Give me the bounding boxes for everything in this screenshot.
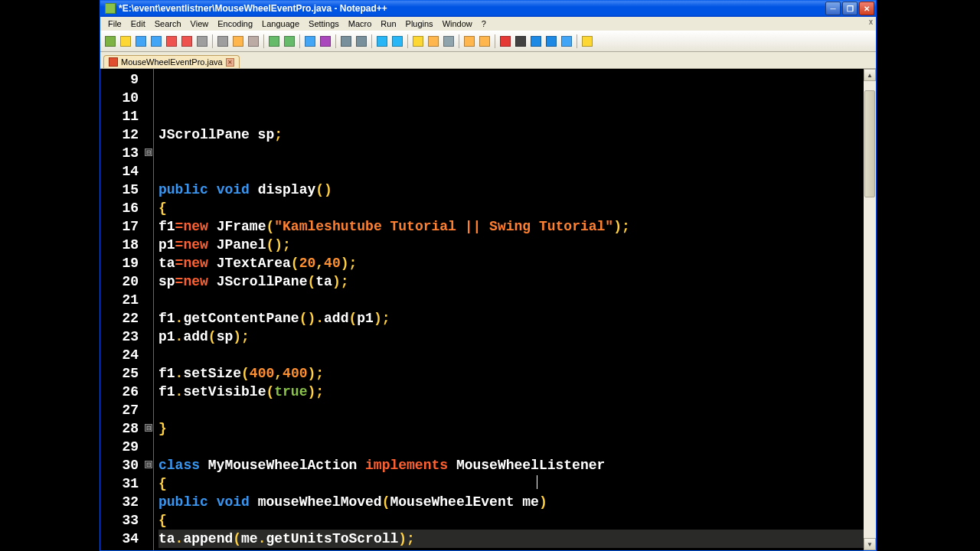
- line-number: 12: [100, 126, 139, 144]
- scroll-thumb[interactable]: [864, 90, 875, 197]
- play-icon[interactable]: [529, 34, 543, 48]
- close-all-icon[interactable]: [180, 34, 194, 48]
- menu-language[interactable]: Language: [257, 18, 304, 29]
- code-line[interactable]: [158, 144, 864, 162]
- code-line[interactable]: f1=new JFrame("Kamleshutube Tutorial || …: [158, 217, 864, 236]
- line-number: 24: [100, 346, 139, 364]
- menu-settings[interactable]: Settings: [304, 18, 344, 29]
- code-line[interactable]: f1.setSize(400,400);: [158, 364, 864, 383]
- menu-macro[interactable]: Macro: [344, 18, 377, 29]
- code-line[interactable]: p1.add(sp);: [158, 328, 864, 346]
- replace-icon[interactable]: [318, 34, 332, 48]
- fold-toggle-icon[interactable]: ⊟: [145, 424, 152, 432]
- close-button[interactable]: ✕: [859, 2, 874, 15]
- doc-map-icon[interactable]: [580, 34, 594, 48]
- menu-edit[interactable]: Edit: [126, 18, 150, 29]
- line-number: 18: [100, 236, 139, 254]
- save-macro-icon[interactable]: [560, 34, 573, 48]
- find-icon[interactable]: [303, 34, 317, 48]
- cut-icon[interactable]: [216, 34, 230, 48]
- wrap-icon[interactable]: [411, 34, 425, 48]
- redo-icon[interactable]: [283, 34, 296, 48]
- menu-window[interactable]: Window: [438, 18, 477, 29]
- line-number: 19: [100, 254, 139, 272]
- sync-v-icon[interactable]: [375, 34, 389, 48]
- new-icon[interactable]: [103, 34, 117, 48]
- open-icon[interactable]: [119, 34, 132, 48]
- code-line[interactable]: public void display(): [158, 181, 864, 199]
- fold-column[interactable]: ⊟⊟⊟: [145, 69, 154, 550]
- code-line[interactable]: f1.setVisible(true);: [158, 383, 864, 401]
- code-line[interactable]: [158, 346, 864, 364]
- menu-encoding[interactable]: Encoding: [213, 18, 257, 29]
- titlebar[interactable]: *E:\event\eventlistner\MouseWheelEventPr…: [100, 0, 876, 17]
- menu-file[interactable]: File: [103, 18, 126, 29]
- line-number: 34: [100, 530, 139, 548]
- doc-close-x[interactable]: x: [869, 18, 873, 26]
- menu-view[interactable]: View: [186, 18, 214, 29]
- toolbar-separator: [335, 34, 336, 48]
- fold-icon[interactable]: [462, 34, 476, 48]
- line-number: 25: [100, 364, 139, 383]
- menu-plugins[interactable]: Plugins: [401, 18, 438, 29]
- code-line[interactable]: f1.getContentPane().add(p1);: [158, 309, 864, 328]
- zoom-out-icon[interactable]: [354, 34, 368, 48]
- close-icon[interactable]: [165, 34, 178, 48]
- maximize-button[interactable]: ❐: [842, 2, 858, 15]
- code-line[interactable]: public void mouseWheelMoved(MouseWheelEv…: [158, 493, 864, 511]
- code-line[interactable]: ta=new JTextArea(20,40);: [158, 254, 864, 272]
- code-line[interactable]: [158, 401, 864, 419]
- line-number: 14: [100, 162, 139, 181]
- indent-icon[interactable]: [442, 34, 456, 48]
- line-number: 10: [100, 89, 139, 107]
- stop-icon[interactable]: [514, 34, 528, 48]
- line-number: 17: [100, 217, 139, 236]
- line-number: 21: [100, 291, 139, 309]
- code-line[interactable]: [158, 438, 864, 456]
- scroll-down-button[interactable]: ▼: [864, 538, 876, 550]
- fold-toggle-icon[interactable]: ⊟: [145, 461, 152, 468]
- code-line[interactable]: {: [158, 199, 864, 217]
- save-icon[interactable]: [134, 34, 148, 48]
- code-line[interactable]: [158, 291, 864, 309]
- code-line[interactable]: p1=new JPanel();: [158, 236, 864, 254]
- line-number: 33: [100, 511, 139, 530]
- scroll-track[interactable]: [864, 81, 876, 538]
- save-all-icon[interactable]: [149, 34, 163, 48]
- scroll-up-button[interactable]: ▲: [864, 69, 876, 81]
- menu-search[interactable]: Search: [150, 18, 186, 29]
- code-line[interactable]: {: [158, 511, 864, 530]
- tab-close-icon[interactable]: ✕: [226, 58, 234, 67]
- paste-icon[interactable]: [247, 34, 260, 48]
- code-line[interactable]: }: [158, 548, 864, 550]
- toolbar-separator: [263, 34, 264, 48]
- code-line[interactable]: class MyMouseWheelAction implements Mous…: [158, 456, 864, 474]
- line-number: 23: [100, 328, 139, 346]
- code-line[interactable]: }: [158, 419, 864, 438]
- toolbar: [100, 31, 876, 52]
- code-line[interactable]: ta.append(me.getUnitsToScroll);: [158, 530, 864, 548]
- zoom-in-icon[interactable]: [339, 34, 353, 48]
- code-area[interactable]: JScrollPane sp;public void display(){f1=…: [154, 69, 864, 550]
- print-icon[interactable]: [195, 34, 209, 48]
- show-all-icon[interactable]: [426, 34, 440, 48]
- play-multi-icon[interactable]: [544, 34, 558, 48]
- sync-h-icon[interactable]: [390, 34, 404, 48]
- menu-help[interactable]: ?: [477, 18, 491, 29]
- fold-toggle-icon[interactable]: ⊟: [145, 148, 152, 156]
- minimize-button[interactable]: ─: [825, 2, 841, 15]
- unfold-icon[interactable]: [478, 34, 492, 48]
- code-line[interactable]: sp=new JScrollPane(ta);: [158, 272, 864, 291]
- vertical-scrollbar[interactable]: ▲ ▼: [864, 69, 876, 550]
- code-line[interactable]: [158, 162, 864, 181]
- record-icon[interactable]: [498, 34, 512, 48]
- tab-active[interactable]: MouseWheelEventPro.java ✕: [103, 55, 240, 68]
- menu-run[interactable]: Run: [376, 18, 400, 29]
- code-line[interactable]: {: [158, 474, 864, 493]
- copy-icon[interactable]: [231, 34, 245, 48]
- line-number: 31: [100, 474, 139, 493]
- undo-icon[interactable]: [267, 34, 281, 48]
- toolbar-separator: [495, 34, 495, 48]
- code-line[interactable]: JScrollPane sp;: [158, 126, 864, 144]
- toolbar-separator: [371, 34, 372, 48]
